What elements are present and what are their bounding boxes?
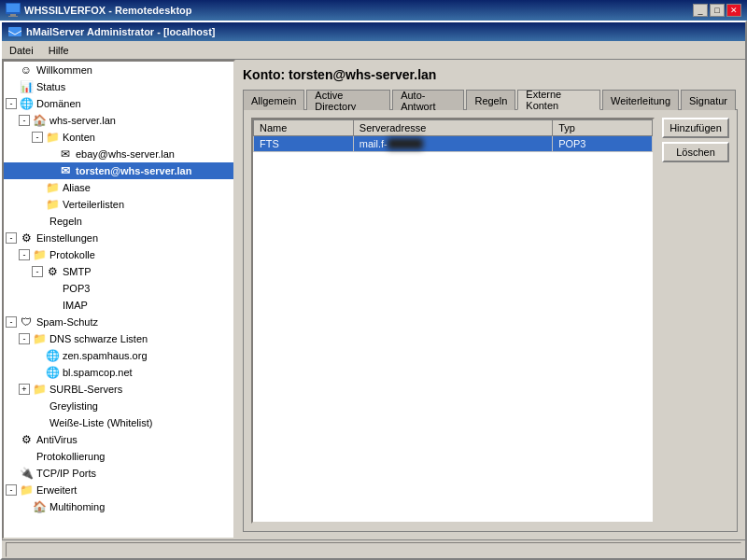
tree-node-icon: 📊 [19, 79, 34, 94]
tree-node-icon: 📁 [32, 331, 47, 346]
tree-node-label: Weiße-Liste (Whitelist) [49, 417, 152, 428]
tab-auto-antwort[interactable]: Auto-Antwort [392, 90, 464, 110]
expand-icon[interactable]: - [6, 232, 17, 244]
tree-item-bl[interactable]: 🌐bl.spamcop.net [4, 364, 233, 381]
svg-rect-1 [7, 4, 20, 12]
tree-item-spam[interactable]: -🛡Spam-Schutz [4, 314, 233, 330]
expand-icon[interactable]: + [19, 384, 30, 395]
tree-item-smtp[interactable]: -⚙SMTP [4, 263, 233, 280]
tree-node-label: Aliase [63, 182, 91, 193]
tree-item-antivirus[interactable]: ⚙AntiVirus [4, 431, 233, 448]
tree-item-tcpip[interactable]: 🔌TCP/IP Ports [4, 465, 233, 482]
cell-serveradresse: mail.f-blocked [353, 136, 552, 152]
expand-icon[interactable]: - [32, 132, 43, 143]
col-name: Name [254, 120, 354, 136]
tree-item-domaenen[interactable]: -🌐Domänen [4, 95, 233, 112]
tab-weiterleitung[interactable]: Weiterleitung [602, 90, 679, 110]
tree-item-torsten[interactable]: ✉torsten@whs-server.lan [4, 162, 233, 179]
col-typ: Typ [553, 120, 653, 136]
tab-content: Name Serveradresse Typ FTSmail.f-blocked… [243, 110, 738, 532]
title-bar-buttons: _ □ ✕ [693, 4, 741, 17]
tree-node-icon: ⚙ [45, 264, 60, 279]
tree-item-einstellungen[interactable]: -⚙Einstellungen [4, 230, 233, 246]
tab-active-directory[interactable]: Active Directory [306, 90, 390, 110]
tree-item-willkommen[interactable]: ☺Willkommen [4, 62, 233, 78]
tree-node-icon: ✉ [58, 163, 73, 178]
window-title-bar: WHSSILVERFOX - Remotedesktop _ □ ✕ [0, 0, 747, 21]
tree-node-icon: 📁 [32, 382, 47, 397]
app-window: hMailServer Administrator - [localhost] … [0, 21, 747, 560]
tab-allgemein[interactable]: Allgemein [243, 90, 304, 110]
tab-signatur[interactable]: Signatur [681, 90, 736, 110]
tree-node-label: torsten@whs-server.lan [76, 165, 191, 176]
tree-node-icon: 🌐 [45, 348, 60, 363]
expand-icon[interactable]: - [32, 266, 43, 277]
tree-node-label: Greylisting [49, 400, 98, 412]
tree-item-verteilerlisten[interactable]: 📁Verteilerlisten [4, 196, 233, 213]
close-button[interactable]: ✕ [726, 4, 741, 17]
cell-typ: POP3 [553, 136, 653, 152]
tree-node-label: Erweitert [36, 484, 77, 496]
col-serveradresse: Serveradresse [353, 120, 552, 136]
add-button[interactable]: Hinzufügen [662, 118, 729, 138]
menu-datei[interactable]: Datei [6, 44, 37, 57]
app-icon [7, 24, 22, 39]
delete-button[interactable]: Löschen [662, 142, 729, 162]
tree-item-grey[interactable]: Greylisting [4, 398, 233, 414]
maximize-button[interactable]: □ [710, 4, 725, 17]
tree-item-whitelist[interactable]: Weiße-Liste (Whitelist) [4, 414, 233, 431]
tree-node-icon: 🏠 [32, 499, 47, 514]
tree-node-label: Verteilerlisten [63, 199, 124, 210]
tree-node-label: Regeln [49, 216, 82, 227]
tree-item-regeln[interactable]: Regeln [4, 213, 233, 230]
tree-node-icon: 📁 [19, 483, 34, 497]
tree-item-whs-server[interactable]: -🏠whs-server.lan [4, 112, 233, 129]
main-content: ☺Willkommen📊Status-🌐Domänen-🏠whs-server.… [2, 60, 745, 539]
tree-item-dns-black[interactable]: -📁DNS schwarze Listen [4, 330, 233, 347]
tree-item-ebay[interactable]: ✉ebay@whs-server.lan [4, 146, 233, 162]
tree-item-aliase[interactable]: 📁Aliase [4, 179, 233, 196]
tree-node-icon: 🌐 [45, 365, 60, 380]
minimize-button[interactable]: _ [693, 4, 708, 17]
tree-item-imap[interactable]: IMAP [4, 297, 233, 314]
expand-icon[interactable]: - [6, 484, 17, 496]
tree-item-status[interactable]: 📊Status [4, 78, 233, 95]
tab-regeln[interactable]: Regeln [466, 90, 515, 110]
svg-rect-3 [8, 16, 18, 17]
tree-node-label: POP3 [63, 283, 90, 294]
tree-node-icon: 🌐 [19, 96, 34, 111]
tree-node-label: SURBL-Servers [49, 384, 122, 395]
tree-node-label: ebay@whs-server.lan [76, 148, 175, 160]
tree-item-protokollierung[interactable]: Protokollierung [4, 448, 233, 465]
expand-icon[interactable]: - [19, 333, 30, 344]
tree-node-label: Einstellungen [36, 232, 98, 244]
table-container: Name Serveradresse Typ FTSmail.f-blocked… [251, 118, 655, 524]
tab-externe-konten[interactable]: Externe Konten [517, 90, 600, 110]
expand-icon[interactable]: - [6, 316, 17, 328]
tree-item-zen[interactable]: 🌐zen.spamhaus.org [4, 347, 233, 364]
tree-item-erweitert[interactable]: -📁Erweitert [4, 482, 233, 498]
tree-node-icon: 🛡 [19, 315, 34, 329]
tree-item-konten[interactable]: -📁Konten [4, 129, 233, 146]
tree-panel: ☺Willkommen📊Status-🌐Domänen-🏠whs-server.… [2, 60, 235, 539]
tree-node-icon: ☺ [19, 63, 34, 77]
status-bar [2, 539, 745, 558]
tabs-container: AllgemeinActive DirectoryAuto-AntwortReg… [243, 90, 738, 110]
tree-item-multihoming[interactable]: 🏠Multihoming [4, 498, 233, 515]
tree-node-icon: 📁 [32, 247, 47, 262]
tree-node-icon: ⚙ [19, 432, 34, 447]
cell-name: FTS [254, 136, 354, 152]
tree-item-surbl[interactable]: +📁SURBL-Servers [4, 381, 233, 398]
expand-icon[interactable]: - [6, 98, 17, 109]
tree-node-label: Protokollierung [36, 451, 105, 462]
expand-icon[interactable]: - [19, 115, 30, 126]
table-row[interactable]: FTSmail.f-blockedPOP3 [254, 136, 653, 152]
tree-node-label: Status [36, 81, 65, 92]
tree-item-protokolle[interactable]: -📁Protokolle [4, 246, 233, 263]
window-title-text: WHSSILVERFOX - Remotedesktop [24, 5, 191, 16]
tree-item-pop3[interactable]: POP3 [4, 280, 233, 297]
expand-icon[interactable]: - [19, 249, 30, 260]
right-panel: Konto: torsten@whs-server.lan AllgemeinA… [235, 60, 745, 539]
tree-node-label: TCP/IP Ports [36, 468, 96, 479]
menu-hilfe[interactable]: Hilfe [45, 44, 73, 57]
